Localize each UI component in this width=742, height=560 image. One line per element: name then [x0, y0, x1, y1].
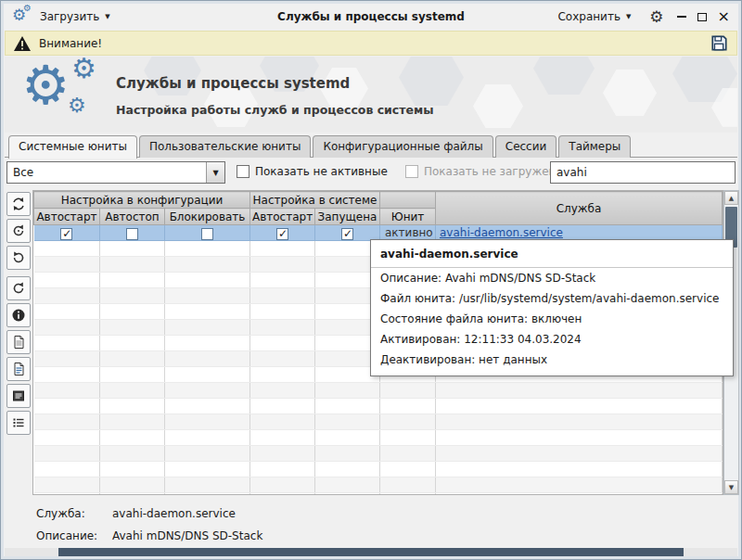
header-banner: ⚙ ⚙ ⚙ Службы и процессы systemd Настройк…	[5, 57, 737, 133]
empty-cell	[100, 414, 165, 430]
column-header-autostop[interactable]: Автостоп	[100, 209, 165, 225]
empty-cell	[100, 336, 165, 351]
file-edit-button[interactable]	[6, 357, 31, 381]
autostart-system-checkbox[interactable]	[276, 228, 288, 240]
combo-dropdown-button[interactable]: ▼	[206, 162, 224, 183]
scope-select[interactable]: Все ▼	[6, 161, 225, 184]
refresh-button[interactable]	[6, 192, 31, 216]
scroll-up-button[interactable]: ▲	[724, 191, 738, 205]
table-row[interactable]	[34, 399, 723, 414]
unit-status: активно	[380, 225, 436, 241]
list-button[interactable]	[6, 411, 31, 435]
tab-timers[interactable]: Таймеры	[558, 135, 631, 158]
table-row[interactable]	[34, 462, 723, 477]
block-checkbox[interactable]	[201, 228, 213, 240]
empty-cell	[34, 273, 100, 288]
titlebar: ⚙ ⚙ Загрузить ▼ Службы и процессы system…	[5, 5, 737, 29]
empty-cell	[100, 320, 165, 336]
table-row[interactable]	[34, 383, 723, 399]
table-row[interactable]	[34, 446, 723, 462]
empty-cell	[165, 257, 250, 273]
save-button[interactable]: Сохранить ▼	[552, 7, 636, 26]
empty-cell	[34, 367, 100, 383]
tab-sessions[interactable]: Сессии	[495, 135, 557, 158]
group-header-config[interactable]: Настройка в конфигурации	[34, 192, 250, 209]
revert-button[interactable]	[6, 219, 31, 243]
empty-cell	[165, 462, 250, 477]
tooltip-activated: Активирован: 12:11:33 04.03.2024	[380, 329, 723, 350]
save-file-icon-button[interactable]	[710, 33, 729, 53]
column-header-service[interactable]: Служба	[436, 192, 723, 225]
search-input[interactable]	[550, 161, 736, 184]
info-button[interactable]	[6, 303, 31, 327]
empty-cell	[165, 336, 250, 351]
close-button[interactable]: ×	[718, 12, 730, 21]
autostop-checkbox[interactable]	[126, 228, 138, 240]
journal-button[interactable]	[6, 384, 31, 408]
checkbox-box[interactable]	[237, 165, 249, 178]
minimize-button[interactable]	[677, 16, 686, 18]
status-panel: Служба: avahi-daemon.service Описание: A…	[5, 500, 737, 550]
service-value: avahi-daemon.service	[112, 507, 236, 520]
list-icon	[11, 415, 26, 430]
journal-icon	[11, 388, 26, 403]
window-controls: ×	[677, 12, 730, 21]
chevron-down-icon: ▼	[105, 13, 109, 20]
empty-cell	[315, 414, 380, 430]
tab-system-units[interactable]: Системные юниты	[8, 135, 137, 159]
unit-file-button[interactable]	[6, 330, 31, 354]
service-tooltip: avahi-daemon.service Описание: Avahi mDN…	[370, 239, 734, 376]
empty-cell	[436, 493, 723, 496]
table-row[interactable]	[34, 477, 723, 493]
empty-cell	[315, 399, 380, 414]
column-header-autostart-config[interactable]: Автостарт	[34, 209, 100, 225]
show-inactive-checkbox[interactable]: Показать не активные	[237, 165, 388, 178]
page-subtitle: Настройка работы служб и процессов систе…	[116, 103, 433, 117]
empty-cell	[250, 462, 315, 477]
filter-row: Все ▼ Показать не активные Показать не з…	[5, 160, 737, 185]
load-button[interactable]: Загрузить ▼	[34, 7, 116, 26]
tab-user-units[interactable]: Пользовательские юниты	[139, 135, 311, 158]
empty-cell	[380, 399, 436, 414]
scope-select-value: Все	[7, 166, 206, 179]
empty-cell	[34, 257, 100, 273]
empty-cell	[380, 414, 436, 430]
autostart-config-checkbox[interactable]	[60, 228, 72, 240]
table-row[interactable]	[34, 430, 723, 446]
empty-cell	[436, 462, 723, 477]
running-checkbox[interactable]	[341, 228, 353, 240]
table-row[interactable]	[34, 414, 723, 430]
horizontal-scrollbar[interactable]	[5, 548, 737, 556]
empty-cell	[34, 304, 100, 320]
column-header-autostart-system[interactable]: Автостарт	[250, 209, 315, 225]
empty-cell	[380, 462, 436, 477]
column-header-block[interactable]: Блокировать	[165, 209, 250, 225]
empty-cell	[315, 383, 380, 399]
warning-icon	[13, 35, 32, 52]
empty-cell	[165, 399, 250, 414]
scroll-down-button[interactable]: ▼	[724, 480, 738, 494]
maximize-button[interactable]	[697, 13, 707, 21]
empty-cell	[250, 414, 315, 430]
empty-cell	[436, 446, 723, 462]
column-header-running[interactable]: Запущена	[315, 209, 380, 225]
empty-cell	[250, 241, 315, 257]
settings-gear-button[interactable]: ⚙	[649, 7, 663, 26]
tooltip-file-state: Состояние файла юнита: включен	[380, 309, 723, 329]
table-row[interactable]	[34, 493, 723, 496]
redo-button[interactable]	[6, 246, 31, 270]
empty-cell	[165, 383, 250, 399]
undo-button[interactable]	[6, 276, 31, 300]
empty-cell	[100, 257, 165, 273]
empty-cell	[34, 351, 100, 367]
warning-text: Внимание!	[39, 37, 102, 50]
table-row-selected[interactable]: активно avahi-daemon.service	[34, 225, 723, 241]
empty-cell	[165, 414, 250, 430]
horizontal-scrollbar-thumb[interactable]	[58, 548, 684, 556]
column-header-unit[interactable]: Юнит	[380, 209, 436, 225]
empty-cell	[436, 430, 723, 446]
group-header-system[interactable]: Настройка в системе	[250, 192, 380, 209]
service-link[interactable]: avahi-daemon.service	[440, 226, 563, 239]
tab-config-files[interactable]: Конфигурационные файлы	[313, 135, 493, 158]
show-inactive-label: Показать не активные	[255, 165, 388, 178]
